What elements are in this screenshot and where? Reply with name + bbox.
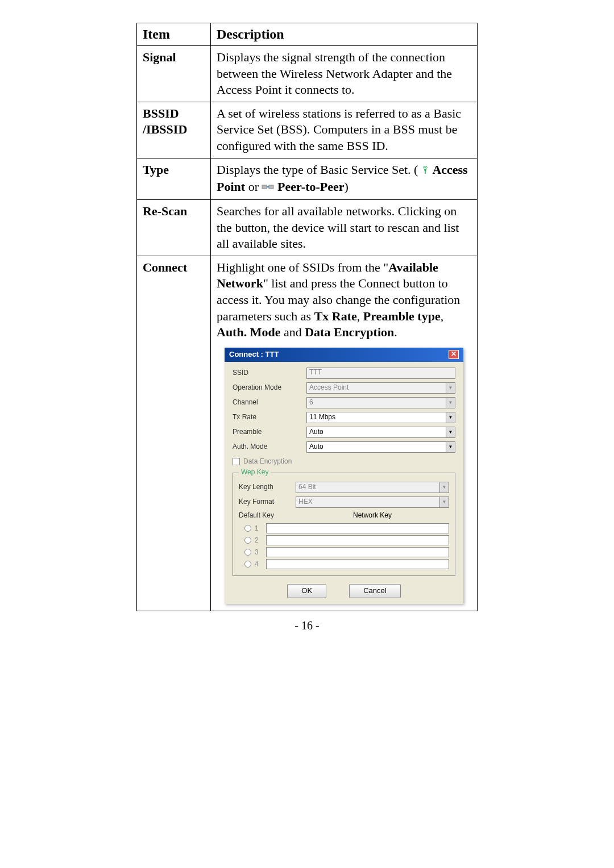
- ok-button[interactable]: OK: [287, 584, 326, 598]
- authmode-value: Auto: [309, 443, 323, 452]
- connect-text-4: ,: [441, 309, 444, 323]
- dialog-titlebar[interactable]: Connect : TTT ✕: [225, 348, 463, 362]
- chevron-down-icon: ▼: [446, 442, 455, 452]
- keylen-value: 64 Bit: [298, 483, 316, 492]
- row-connect-desc: Highlight one of SSIDs from the "Availab…: [211, 256, 478, 611]
- row-rescan-desc: Searches for all available networks. Cli…: [211, 200, 478, 256]
- keylen-label: Key Length: [239, 483, 296, 492]
- channel-label: Channel: [233, 398, 306, 407]
- preamble-select[interactable]: Auto ▼: [306, 427, 455, 438]
- row-rescan-item: Re-Scan: [137, 200, 211, 256]
- page-number: - 16 -: [0, 619, 614, 632]
- cancel-button[interactable]: Cancel: [349, 584, 400, 598]
- type-desc-suffix: ): [345, 180, 349, 194]
- netkey-4-input[interactable]: [266, 559, 449, 569]
- connect-text-1: Highlight one of SSIDs from the ": [217, 260, 388, 274]
- txrate-select[interactable]: 11 Mbps ▼: [306, 412, 455, 423]
- row-bssid-item: BSSID /IBSSID: [137, 102, 211, 158]
- channel-value: 6: [309, 398, 313, 407]
- ssid-input[interactable]: TTT: [306, 368, 455, 379]
- dialog-body: SSID TTT Operation Mode Access Point ▼ C…: [225, 362, 463, 604]
- connect-text-6: .: [394, 325, 397, 339]
- row-signal-item: Signal: [137, 46, 211, 102]
- header-item: Item: [137, 23, 211, 46]
- chevron-down-icon: ▼: [446, 383, 455, 393]
- type-desc-prefix: Displays the type of Basic Service Set. …: [217, 162, 421, 177]
- netkey-3-input[interactable]: [266, 547, 449, 557]
- access-point-icon: [421, 162, 429, 179]
- data-encryption-checkbox-row[interactable]: Data Encryption: [233, 457, 455, 466]
- type-or-text: or: [248, 180, 262, 194]
- txrate-value: 11 Mbps: [309, 413, 335, 422]
- authmode-select[interactable]: Auto ▼: [306, 441, 455, 453]
- description-table: Item Description Signal Displays the sig…: [136, 23, 478, 611]
- netkey-header: Network Key: [296, 511, 449, 520]
- data-encryption-label: Data Encryption: [243, 457, 292, 466]
- svg-rect-1: [425, 170, 426, 174]
- radio-3[interactable]: [244, 549, 251, 556]
- row-bssid-desc: A set of wireless stations is referred t…: [211, 102, 478, 158]
- channel-select[interactable]: 6 ▼: [306, 397, 455, 408]
- radio-2[interactable]: [244, 537, 251, 544]
- preamble-label: Preamble: [233, 428, 306, 437]
- defkey-label: Default Key: [239, 511, 296, 520]
- authmode-label: Auth. Mode: [233, 443, 306, 452]
- chevron-down-icon: ▼: [446, 427, 455, 437]
- connect-bold-2: Tx Rate: [314, 309, 357, 323]
- chevron-down-icon: ▼: [446, 412, 455, 423]
- document-page: Item Description Signal Displays the sig…: [0, 0, 614, 868]
- opmode-value: Access Point: [309, 383, 349, 393]
- txrate-label: Tx Rate: [233, 413, 306, 422]
- radio-4-label: 4: [255, 560, 266, 569]
- netkey-1-input[interactable]: [266, 523, 449, 533]
- connect-bold-4: Auth. Mode: [217, 325, 280, 339]
- chevron-down-icon: ▼: [439, 482, 449, 493]
- connect-dialog: Connect : TTT ✕ SSID TTT Operation Mode …: [225, 348, 463, 604]
- row-type-desc: Displays the type of Basic Service Set. …: [211, 158, 478, 200]
- keyfmt-select[interactable]: HEX ▼: [296, 496, 449, 508]
- opmode-select[interactable]: Access Point ▼: [306, 382, 455, 394]
- peer-to-peer-icon: [262, 180, 274, 196]
- peer-to-peer-label: Peer-to-Peer: [277, 180, 345, 194]
- keylen-select[interactable]: 64 Bit ▼: [296, 482, 449, 493]
- radio-3-label: 3: [255, 548, 266, 557]
- wepkey-fieldset: Wep Key Key Length 64 Bit ▼ Key Format: [233, 468, 455, 576]
- chevron-down-icon: ▼: [446, 398, 455, 408]
- row-signal-desc: Displays the signal strength of the conn…: [211, 46, 478, 102]
- dialog-title-text: Connect : TTT: [229, 350, 279, 360]
- connect-text-3: ,: [357, 309, 363, 323]
- keyfmt-label: Key Format: [239, 498, 296, 507]
- wepkey-legend: Wep Key: [239, 468, 271, 477]
- svg-rect-2: [262, 185, 267, 189]
- svg-rect-3: [269, 185, 273, 189]
- chevron-down-icon: ▼: [439, 497, 449, 507]
- checkbox-icon[interactable]: [233, 458, 240, 465]
- row-connect-item: Connect: [137, 256, 211, 611]
- close-icon[interactable]: ✕: [449, 350, 459, 359]
- connect-bold-5: Data Encryption: [305, 325, 394, 339]
- opmode-label: Operation Mode: [233, 383, 306, 393]
- netkey-2-input[interactable]: [266, 535, 449, 545]
- preamble-value: Auto: [309, 428, 323, 437]
- radio-4[interactable]: [244, 561, 251, 567]
- radio-2-label: 2: [255, 536, 266, 545]
- radio-1[interactable]: [244, 525, 251, 532]
- ssid-label: SSID: [233, 369, 306, 378]
- header-description: Description: [211, 23, 478, 46]
- radio-1-label: 1: [255, 524, 266, 533]
- keyfmt-value: HEX: [298, 498, 313, 507]
- connect-bold-3: Preamble type: [363, 309, 441, 323]
- connect-text-5: and: [280, 325, 305, 339]
- row-type-item: Type: [137, 158, 211, 200]
